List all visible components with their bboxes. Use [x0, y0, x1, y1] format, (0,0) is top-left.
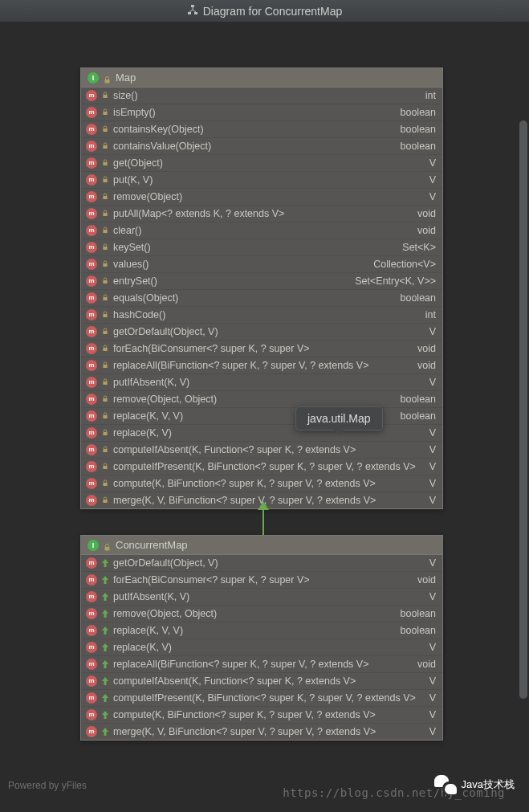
title-bar: Diagram for ConcurrentMap	[0, 0, 529, 22]
method-row[interactable]: misEmpty()boolean	[81, 104, 442, 120]
method-row[interactable]: mgetOrDefault(Object, V)V	[81, 555, 442, 571]
lock-icon	[102, 496, 108, 504]
class-header[interactable]: IConcurrentMap	[81, 536, 442, 555]
method-return-type: int	[419, 308, 436, 321]
method-return-type: int	[419, 89, 436, 102]
method-icon: m	[86, 495, 97, 506]
svg-rect-7	[103, 145, 107, 149]
class-name: Map	[116, 71, 136, 84]
method-row[interactable]: mcomputeIfPresent(K, BiFunction<? super …	[81, 689, 442, 706]
diagram-icon	[187, 4, 198, 18]
method-row[interactable]: mget(Object)V	[81, 154, 442, 171]
method-row[interactable]: mclear()void	[81, 222, 442, 239]
method-row[interactable]: mcompute(K, BiFunction<? super K, ? supe…	[81, 706, 442, 723]
method-return-type: boolean	[394, 393, 437, 406]
window-title: Diagram for ConcurrentMap	[203, 5, 343, 18]
method-signature: size()	[113, 89, 414, 102]
method-row[interactable]: mhashCode()int	[81, 306, 442, 323]
method-row[interactable]: mcompute(K, BiFunction<? super K, ? supe…	[81, 475, 442, 492]
method-row[interactable]: mremove(Object, Object)boolean	[81, 605, 442, 622]
method-signature: putAll(Map<? extends K, ? extends V>	[113, 207, 406, 220]
method-row[interactable]: mremove(Object)V	[81, 188, 442, 205]
override-icon	[102, 660, 108, 668]
method-return-type: V	[423, 173, 436, 186]
lock-icon	[102, 429, 108, 437]
method-icon: m	[86, 275, 97, 287]
method-icon: m	[86, 608, 97, 619]
method-row[interactable]: mkeySet()Set<K>	[81, 239, 442, 255]
svg-rect-18	[103, 331, 107, 334]
method-row[interactable]: mcomputeIfAbsent(K, Function<? super K, …	[81, 441, 442, 458]
lock-icon	[102, 328, 108, 336]
method-icon: m	[86, 726, 97, 737]
method-row[interactable]: mputIfAbsent(K, V)V	[81, 588, 442, 605]
method-signature: getOrDefault(Object, V)	[113, 325, 418, 338]
class-box-concurrentmap[interactable]: IConcurrentMapmgetOrDefault(Object, V)Vm…	[80, 535, 443, 741]
class-box-map[interactable]: IMapmsize()intmisEmpty()booleanmcontains…	[80, 67, 443, 509]
method-row[interactable]: mvalues()Collection<V>	[81, 255, 442, 272]
svg-rect-9	[103, 179, 107, 182]
method-signature: containsValue(Object)	[113, 140, 389, 153]
method-signature: containsKey(Object)	[113, 123, 389, 136]
interface-icon: I	[87, 72, 99, 84]
method-row[interactable]: mcontainsKey(Object)boolean	[81, 120, 442, 137]
method-return-type: boolean	[394, 123, 437, 136]
method-row[interactable]: mentrySet()Set<Entry<K, V>>	[81, 272, 442, 289]
method-return-type: V	[423, 494, 436, 507]
method-row[interactable]: mreplace(K, V)V	[81, 424, 442, 441]
lock-icon	[102, 125, 108, 133]
method-signature: computeIfAbsent(K, Function<? super K, ?…	[113, 675, 418, 688]
method-row[interactable]: mremove(Object, Object)boolean	[81, 390, 442, 407]
method-signature: keySet()	[113, 241, 391, 254]
svg-rect-3	[105, 80, 110, 84]
method-row[interactable]: mmerge(K, V, BiFunction<? super V, ? sup…	[81, 723, 442, 740]
svg-rect-25	[103, 449, 107, 452]
svg-rect-11	[103, 213, 107, 216]
method-row[interactable]: mcontainsValue(Object)boolean	[81, 137, 442, 154]
method-row[interactable]: msize()int	[81, 88, 442, 104]
method-icon: m	[86, 124, 97, 135]
method-return-type: void	[411, 573, 436, 586]
method-row[interactable]: mputAll(Map<? extends K, ? extends V>voi…	[81, 205, 442, 222]
method-icon: m	[86, 191, 97, 202]
vertical-scrollbar-thumb[interactable]	[519, 120, 527, 699]
wechat-watermark: Java技术栈	[434, 775, 515, 794]
method-row[interactable]: mequals(Object)boolean	[81, 289, 442, 306]
method-row[interactable]: mput(K, V)V	[81, 171, 442, 188]
method-row[interactable]: mreplace(K, V, V)boolean	[81, 407, 442, 424]
method-row[interactable]: mcomputeIfAbsent(K, Function<? super K, …	[81, 672, 442, 689]
method-row[interactable]: mforEach(BiConsumer<? super K, ? super V…	[81, 340, 442, 357]
method-icon: m	[86, 90, 97, 101]
method-return-type: V	[423, 477, 436, 490]
method-signature: putIfAbsent(K, V)	[113, 590, 418, 603]
class-header[interactable]: IMap	[81, 68, 442, 88]
method-icon: m	[86, 625, 97, 636]
lock-icon	[102, 361, 108, 369]
override-icon	[102, 610, 108, 618]
method-row[interactable]: mreplaceAll(BiFunction<? super K, ? supe…	[81, 357, 442, 373]
method-row[interactable]: mputIfAbsent(K, V)V	[81, 373, 442, 390]
method-signature: equals(Object)	[113, 292, 389, 304]
method-row[interactable]: mcomputeIfPresent(K, BiFunction<? super …	[81, 458, 442, 475]
method-return-type: void	[411, 207, 436, 220]
diagram-canvas[interactable]: IMapmsize()intmisEmpty()booleanmcontains…	[0, 22, 529, 812]
svg-rect-26	[103, 466, 107, 469]
method-row[interactable]: mreplace(K, V)V	[81, 639, 442, 655]
svg-rect-17	[103, 314, 107, 317]
svg-rect-6	[103, 129, 107, 132]
method-row[interactable]: mreplaceAll(BiFunction<? super K, ? supe…	[81, 655, 442, 672]
method-row[interactable]: mreplace(K, V, V)boolean	[81, 622, 442, 639]
method-return-type: V	[423, 157, 436, 169]
method-row[interactable]: mgetOrDefault(Object, V)V	[81, 323, 442, 340]
method-icon: m	[86, 360, 97, 371]
method-signature: remove(Object, Object)	[113, 393, 389, 406]
override-icon	[102, 694, 108, 702]
method-signature: forEach(BiConsumer<? super K, ? super V>	[113, 573, 406, 586]
method-icon: m	[86, 709, 97, 720]
method-row[interactable]: mforEach(BiConsumer<? super K, ? super V…	[81, 571, 442, 588]
method-icon: m	[86, 675, 97, 687]
method-signature: forEach(BiConsumer<? super K, ? super V>	[113, 342, 406, 355]
method-signature: replace(K, V, V)	[113, 624, 389, 637]
lock-icon	[102, 277, 108, 285]
method-icon: m	[86, 591, 97, 602]
